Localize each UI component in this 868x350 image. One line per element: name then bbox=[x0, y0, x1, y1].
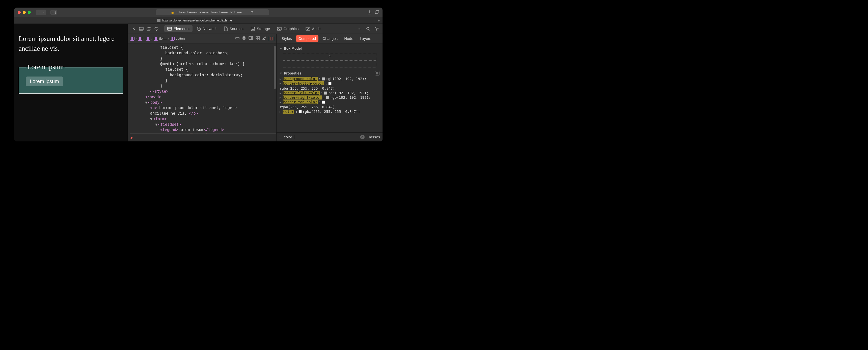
forward-button[interactable]: › bbox=[41, 9, 46, 15]
window-traffic-lights bbox=[18, 11, 31, 14]
svg-rect-37 bbox=[270, 37, 273, 40]
url-text: color-scheme-prefers-color-scheme.glitch… bbox=[176, 10, 242, 14]
browser-tab[interactable]: C https://color-scheme-prefers-color-sch… bbox=[14, 19, 375, 22]
box-model-diagram: 2 — bbox=[283, 53, 376, 67]
color-swatch-icon bbox=[326, 96, 329, 99]
scrollbar-vertical[interactable] bbox=[274, 46, 276, 89]
tab-computed[interactable]: Computed bbox=[296, 35, 318, 42]
box-model-heading[interactable]: ▼ Box Model bbox=[280, 46, 379, 52]
page-preview: Lorem ipsum dolor sit amet, legere ancil… bbox=[14, 24, 128, 141]
filter-input[interactable]: ☰ color ✕ bbox=[279, 135, 365, 139]
page-button[interactable]: Lorem ipsum bbox=[26, 77, 63, 86]
dock-bottom-icon[interactable] bbox=[138, 26, 145, 32]
breadcrumb-item[interactable]: E bbox=[130, 37, 134, 41]
properties-heading[interactable]: ▼ Properties ☰ bbox=[280, 70, 379, 77]
dock-side-icon[interactable] bbox=[146, 26, 152, 32]
new-tab-button[interactable]: + bbox=[375, 18, 382, 23]
tab-network[interactable]: Network bbox=[193, 25, 220, 33]
close-devtools-icon[interactable]: ✕ bbox=[130, 26, 137, 32]
tabs-overview-icon[interactable] bbox=[375, 10, 379, 14]
property-row[interactable]: ▶border-top-color: rgba(255, 255, 255, 0… bbox=[280, 100, 379, 109]
back-button[interactable]: ‹ bbox=[36, 9, 41, 15]
page-legend: Lorem ipsum bbox=[26, 63, 65, 71]
breadcrumb-item[interactable]: E bbox=[146, 37, 150, 41]
console-prompt[interactable]: > bbox=[128, 134, 276, 141]
tab-node[interactable]: Node bbox=[342, 35, 356, 42]
breadcrumb-item[interactable]: E bbox=[138, 37, 142, 41]
color-swatch-icon bbox=[322, 77, 325, 81]
page-paragraph: Lorem ipsum dolor sit amet, legere ancil… bbox=[19, 34, 123, 54]
tab-storage[interactable]: Storage bbox=[248, 25, 273, 33]
chevron-right-icon: › bbox=[168, 36, 169, 41]
zoom-window-button[interactable] bbox=[28, 11, 31, 14]
svg-point-8 bbox=[155, 27, 158, 30]
paint-icon[interactable] bbox=[262, 36, 266, 41]
selected-dom-node[interactable]: <button type="button">Lorem bbox=[130, 133, 276, 134]
page-form: Lorem ipsum Lorem ipsum bbox=[19, 63, 123, 94]
minimize-window-button[interactable] bbox=[23, 11, 26, 14]
disclosure-triangle-icon: ▼ bbox=[280, 72, 282, 75]
svg-rect-32 bbox=[252, 37, 253, 39]
properties-list: ▶background-color: rgb(192, 192, 192);▶b… bbox=[280, 77, 379, 114]
svg-rect-13 bbox=[167, 27, 172, 30]
browser-window: ‹ › 🔒 color-scheme-prefers-color-scheme.… bbox=[14, 7, 382, 141]
chevron-right-icon: › bbox=[135, 36, 137, 41]
color-swatch-icon bbox=[299, 110, 302, 113]
tab-styles[interactable]: Styles bbox=[279, 35, 294, 42]
styles-body: ▼ Box Model 2 — ▼ Properties ☰ ▶backgro bbox=[277, 43, 382, 132]
breadcrumb-item[interactable]: Efiel… bbox=[154, 37, 167, 41]
titlebar-right bbox=[367, 10, 379, 14]
filter-toggle-icon[interactable]: ☰ bbox=[375, 71, 379, 76]
print-icon[interactable] bbox=[242, 36, 246, 41]
url-bar: 🔒 color-scheme-prefers-color-scheme.glit… bbox=[60, 9, 365, 16]
compositing-icon[interactable] bbox=[269, 36, 274, 41]
svg-rect-24 bbox=[236, 38, 239, 39]
titlebar: ‹ › 🔒 color-scheme-prefers-color-scheme.… bbox=[14, 7, 382, 17]
target-icon[interactable] bbox=[153, 26, 160, 32]
tab-changes[interactable]: Changes bbox=[320, 35, 340, 42]
reload-icon[interactable]: ⟳ bbox=[251, 10, 254, 14]
property-row[interactable]: ▶color: rgba(255, 255, 255, 0.847); bbox=[280, 109, 379, 114]
url-field[interactable]: 🔒 color-scheme-prefers-color-scheme.glit… bbox=[156, 9, 269, 16]
property-row[interactable]: ▶border-bottom-color: rgba(255, 255, 255… bbox=[280, 81, 379, 91]
tab-layers[interactable]: Layers bbox=[357, 35, 374, 42]
tab-graphics[interactable]: Graphics bbox=[274, 25, 302, 32]
chevron-right-icon: › bbox=[143, 36, 145, 41]
clear-filter-icon[interactable]: ✕ bbox=[360, 135, 365, 139]
color-swatch-icon bbox=[324, 91, 327, 95]
search-icon[interactable] bbox=[365, 26, 371, 32]
grid-icon[interactable] bbox=[256, 36, 260, 41]
share-icon[interactable] bbox=[367, 10, 371, 14]
filter-icon: ☰ bbox=[279, 135, 282, 139]
property-row[interactable]: ▶border-right-color: rgb(192, 192, 192); bbox=[280, 95, 379, 100]
sidebar-toggle-icon[interactable] bbox=[50, 10, 57, 14]
svg-rect-36 bbox=[258, 38, 259, 40]
filter-value: color bbox=[284, 135, 292, 139]
property-name: border-left-color bbox=[283, 91, 320, 95]
disclosure-triangle-icon: ▶ bbox=[280, 82, 281, 85]
ruler-icon[interactable] bbox=[236, 36, 240, 41]
property-row[interactable]: ▶border-left-color: rgb(192, 192, 192); bbox=[280, 91, 379, 95]
classes-button[interactable]: Classes bbox=[367, 135, 380, 139]
tab-elements[interactable]: Elements bbox=[164, 25, 192, 32]
close-window-button[interactable] bbox=[18, 11, 21, 14]
property-value: rgba(255, 255, 255, 0.847); bbox=[303, 110, 360, 114]
tab-sources[interactable]: Sources bbox=[221, 25, 247, 33]
svg-rect-3 bbox=[375, 11, 378, 13]
color-swatch-icon bbox=[328, 82, 332, 85]
disclosure-triangle-icon: ▶ bbox=[280, 78, 281, 80]
dom-tree[interactable]: fieldset { background-color: gainsboro; … bbox=[128, 43, 276, 134]
property-value: rgb(192, 192, 192); bbox=[328, 91, 369, 95]
overflow-icon[interactable]: » bbox=[356, 26, 363, 32]
favicon-icon: C bbox=[157, 19, 160, 22]
dom-panel: E › E › E › Efiel… › Ebutton bbox=[128, 34, 277, 141]
device-icon[interactable] bbox=[249, 36, 253, 41]
disclosure-triangle-icon: ▶ bbox=[280, 110, 281, 113]
settings-gear-icon[interactable] bbox=[373, 26, 380, 32]
property-name: border-top-color bbox=[283, 100, 318, 104]
breadcrumb-item[interactable]: Ebutton bbox=[170, 37, 185, 41]
svg-point-21 bbox=[367, 27, 369, 30]
property-row[interactable]: ▶background-color: rgb(192, 192, 192); bbox=[280, 77, 379, 81]
svg-rect-18 bbox=[277, 27, 281, 30]
tab-audit[interactable]: Audit bbox=[303, 25, 323, 32]
